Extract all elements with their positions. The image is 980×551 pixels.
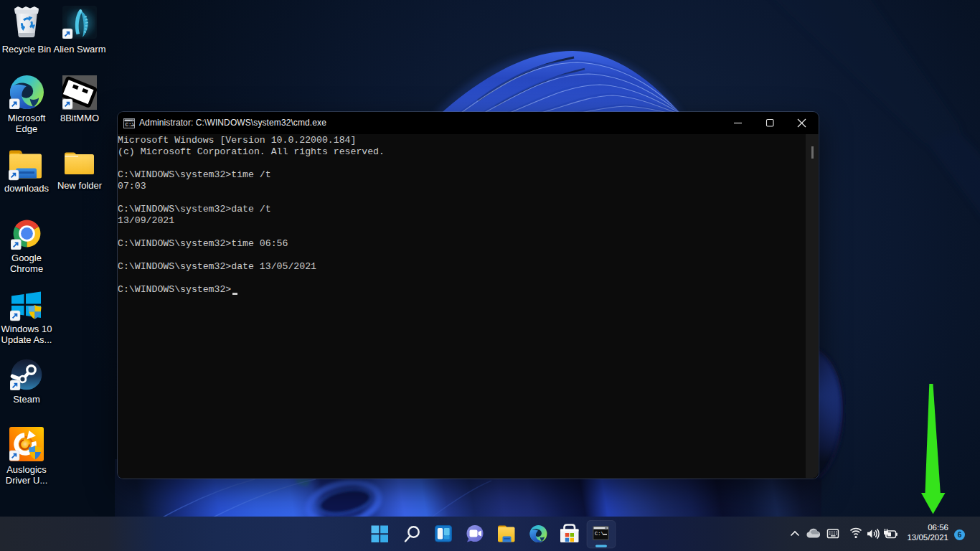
svg-text:C:\: C:\: [125, 122, 135, 128]
svg-text:C:\: C:\: [595, 531, 604, 537]
